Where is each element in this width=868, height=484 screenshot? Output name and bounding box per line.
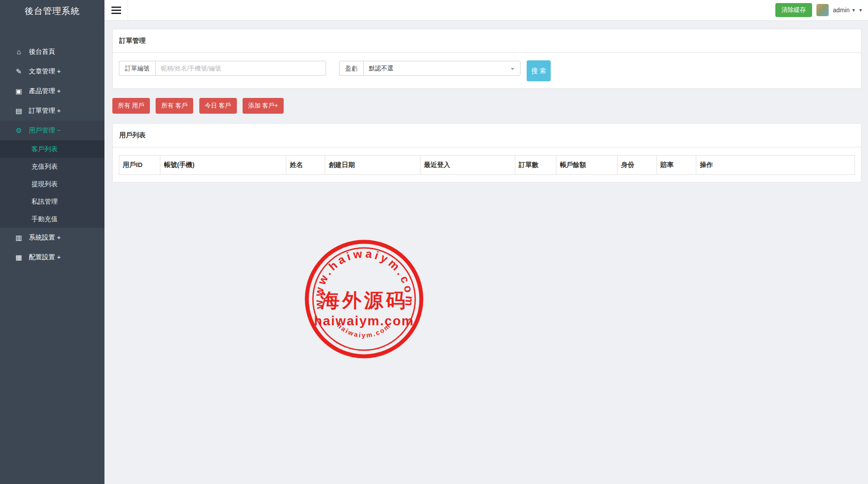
server-icon: ▥	[13, 233, 24, 242]
user-table: 用戶ID 帳號(手機) 姓名 創建日期 最近登入 訂單數 帳戶餘額 身份 賠率 …	[119, 155, 855, 175]
sidebar-item-users[interactable]: ⚙ 用戶管理 −	[0, 121, 104, 140]
col-rate: 賠率	[657, 156, 696, 175]
sidebar-item-articles[interactable]: ✎ 文章管理 +	[0, 62, 104, 81]
order-management-panel: 訂單管理 訂單編號 盈虧 默認不選 ⌄ 搜 索	[112, 29, 861, 89]
sidebar-item-label: 用戶管理 −	[29, 126, 61, 135]
col-order-count: 訂單數	[515, 156, 556, 175]
profit-label: 盈虧	[339, 61, 363, 76]
home-icon: ⌂	[13, 48, 24, 56]
sidebar: 後台管理系統 ⌂ 後台首頁 ✎ 文章管理 + ▣ 產品管理 + ▤ 訂單管理 +…	[0, 0, 104, 484]
sidebar-item-orders[interactable]: ▤ 訂單管理 +	[0, 101, 104, 121]
caret-down-icon: ▾	[852, 7, 855, 13]
col-balance: 帳戶餘額	[556, 156, 618, 175]
topbar: 清除緩存 admin ▾ ▾	[104, 0, 868, 21]
col-actions: 操作	[696, 156, 855, 175]
sidebar-item-label: 文章管理 +	[29, 67, 61, 76]
quick-actions: 所有 用戶 所有 客戶 今日 客戶 添加 客戶+	[112, 98, 861, 114]
main-content: 訂單管理 訂單編號 盈虧 默認不選 ⌄ 搜 索 所有 用戶 所有 客戶 今日	[104, 20, 868, 484]
order-no-label: 訂單編號	[119, 61, 155, 76]
sidebar-item-home[interactable]: ⌂ 後台首頁	[0, 42, 104, 62]
gears-icon: ⚙	[13, 126, 24, 135]
col-created: 創建日期	[325, 156, 420, 175]
sidebar-menu: ⌂ 後台首頁 ✎ 文章管理 + ▣ 產品管理 + ▤ 訂單管理 + ⚙ 用戶管理…	[0, 42, 104, 267]
submenu-item-label: 提現列表	[31, 180, 58, 188]
avatar[interactable]	[816, 4, 829, 16]
admin-username: admin	[833, 7, 850, 14]
submenu-item-label: 客戶列表	[31, 145, 58, 153]
submenu-item-label: 充值列表	[31, 163, 58, 171]
col-role: 身份	[618, 156, 657, 175]
submenu-item-label: 手動充值	[31, 215, 58, 223]
panel-title: 用戶列表	[113, 124, 861, 147]
submenu-item-customer-list[interactable]: 客戶列表	[0, 140, 104, 158]
table-header-row: 用戶ID 帳號(手機) 姓名 創建日期 最近登入 訂單數 帳戶餘額 身份 賠率 …	[119, 156, 855, 175]
caret-down-icon[interactable]: ▾	[859, 7, 862, 13]
profit-select[interactable]: 默認不選	[363, 61, 521, 76]
submenu-item-withdraw-list[interactable]: 提現列表	[0, 175, 104, 193]
hamburger-menu-icon[interactable]	[104, 0, 128, 20]
add-customer-button[interactable]: 添加 客戶+	[243, 98, 284, 114]
col-name: 姓名	[286, 156, 325, 175]
sidebar-item-system[interactable]: ▥ 系統設置 +	[0, 228, 104, 247]
col-account: 帳號(手機)	[160, 156, 286, 175]
today-customers-button[interactable]: 今日 客戶	[199, 98, 237, 114]
submenu-item-manual-recharge[interactable]: 手動充值	[0, 210, 104, 228]
submenu-item-recharge-list[interactable]: 充值列表	[0, 158, 104, 175]
pencil-icon: ✎	[13, 67, 24, 76]
grid-icon: ▦	[13, 253, 24, 261]
sidebar-item-label: 產品管理 +	[29, 87, 61, 95]
laptop-icon: ▣	[13, 87, 24, 95]
sidebar-item-config[interactable]: ▦ 配置設置 +	[0, 247, 104, 267]
user-list-panel: 用戶列表 用戶ID 帳號(手機) 姓名 創建日期 最近登入 訂單數 帳戶餘額	[112, 123, 861, 182]
book-icon: ▤	[13, 107, 24, 115]
sidebar-item-label: 配置設置 +	[29, 253, 61, 261]
users-submenu: 客戶列表 充值列表 提現列表 私訊管理 手動充值	[0, 140, 104, 228]
col-last-login: 最近登入	[420, 156, 515, 175]
search-input[interactable]	[155, 61, 326, 76]
col-user-id: 用戶ID	[119, 156, 160, 175]
all-customers-button[interactable]: 所有 客戶	[156, 98, 193, 114]
sidebar-item-label: 訂單管理 +	[29, 107, 61, 115]
app-brand: 後台管理系統	[0, 0, 104, 20]
submenu-item-label: 私訊管理	[31, 198, 58, 206]
admin-dropdown[interactable]: admin ▾	[833, 7, 855, 14]
submenu-item-message-mgmt[interactable]: 私訊管理	[0, 193, 104, 210]
sidebar-item-products[interactable]: ▣ 產品管理 +	[0, 81, 104, 101]
clear-cache-button[interactable]: 清除緩存	[775, 3, 812, 17]
search-button[interactable]: 搜 索	[527, 60, 551, 81]
profit-group: 盈虧 默認不選 ⌄	[339, 61, 521, 76]
all-users-button[interactable]: 所有 用戶	[112, 98, 150, 114]
order-no-group: 訂單編號	[119, 61, 326, 76]
sidebar-item-label: 後台首頁	[29, 48, 55, 56]
panel-title: 訂單管理	[113, 29, 861, 53]
sidebar-item-label: 系統設置 +	[29, 233, 61, 242]
